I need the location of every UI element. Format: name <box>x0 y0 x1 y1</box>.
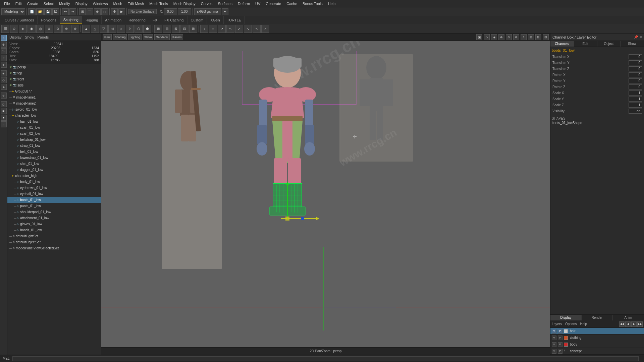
outliner-item-defObjSet[interactable]: —⚙defaultObjectSet <box>7 239 101 245</box>
menu-editmesh[interactable]: Edit Mesh <box>125 1 147 6</box>
layer-tab-display[interactable]: Display <box>550 315 582 320</box>
outliner-item-body[interactable]: —▷body_01_low <box>7 179 101 185</box>
paint-tool-btn[interactable]: ◈ <box>19 25 27 33</box>
outliner-item-attachment[interactable]: —▷attachment_01_low <box>7 215 101 221</box>
attr-tz-val[interactable]: 0 <box>629 66 642 71</box>
menu-generate[interactable]: Generate <box>263 1 284 6</box>
outliner-item-shoulderpad[interactable]: —▷shoulderpad_01_low <box>7 209 101 215</box>
attr-sy-val[interactable]: 1 <box>629 97 642 102</box>
vp-ctrl-4[interactable]: ⊕ <box>498 34 504 40</box>
layer-concept-p-btn[interactable]: P <box>558 349 562 354</box>
view-menu-btn[interactable]: View <box>103 34 112 40</box>
layer-hair-v-btn[interactable]: V <box>552 329 556 334</box>
vp-ctrl-1[interactable]: ▣ <box>476 34 482 40</box>
menu-curves[interactable]: Curves <box>198 1 215 6</box>
menu-deform[interactable]: Deform <box>235 1 253 6</box>
layers-next-next-btn[interactable]: ▶▶ <box>637 321 643 327</box>
new-scene-btn[interactable]: 📄 <box>28 8 36 15</box>
snap-btn-1[interactable]: ↕ <box>200 25 208 33</box>
vp-ctrl-3[interactable]: ◈ <box>491 34 497 40</box>
outliner-item-front[interactable]: 👁📷front <box>7 76 101 82</box>
mode-dropdown[interactable]: Modeling <box>1 8 25 15</box>
attr-sz-val[interactable]: 1 <box>629 103 642 108</box>
display-btn-3[interactable]: ⊠ <box>172 25 180 33</box>
snap-btn-4[interactable]: ↖ <box>226 25 234 33</box>
sculpt-brush-3[interactable]: ▽ <box>100 25 108 33</box>
outliner-item-group5[interactable]: —▸Group5877 <box>7 88 101 94</box>
rotate-tool[interactable]: ↻ <box>1 48 7 54</box>
layer-clothing-v-btn[interactable]: V <box>552 336 556 340</box>
select-tool[interactable]: ↖ <box>1 35 7 41</box>
snap-btn-8[interactable]: ⤤ <box>261 25 269 33</box>
snap-surface-btn[interactable]: ◻ <box>101 8 108 15</box>
layers-prev-btn[interactable]: ◀ <box>625 321 631 327</box>
layer-body-v-btn[interactable]: V <box>552 342 556 347</box>
menu-windows[interactable]: Windows <box>90 1 111 6</box>
layer-concept[interactable]: V P / concept <box>550 348 644 355</box>
outliner-item-sword[interactable]: —▷sword_01_low <box>7 106 101 112</box>
outliner-display-btn[interactable]: Display <box>9 35 21 39</box>
mel-input[interactable] <box>12 356 639 361</box>
attr-rz-val[interactable]: 0 <box>629 84 642 89</box>
outliner-item-img1[interactable]: —🖼imagePlane1 <box>7 94 101 100</box>
transform-y-val[interactable]: 1.00 <box>178 8 191 15</box>
3d-viewport[interactable]: www.rrcg.cn www.rrcg.cn <box>101 41 550 347</box>
outliner-item-char_low[interactable]: —▸character_low <box>7 112 101 118</box>
snap-curve-btn[interactable]: ⌒ <box>87 8 93 15</box>
menu-help[interactable]: Help <box>325 1 338 6</box>
open-btn[interactable]: 📁 <box>36 8 44 15</box>
vp-ctrl-10[interactable]: ⊡ <box>543 34 549 40</box>
custom-tool-3[interactable]: ◽ <box>1 115 7 121</box>
outliner-item-strap[interactable]: —▷strap_01_low <box>7 142 101 148</box>
outliner-item-pants[interactable]: —▷pants_01_low <box>7 203 101 209</box>
custom-tool-1[interactable]: ◻ <box>1 101 7 107</box>
sculpt-brush-6[interactable]: ◊ <box>126 25 134 33</box>
layer-body[interactable]: V P body <box>550 341 644 348</box>
sculpt-brush-4[interactable]: ◁ <box>108 25 116 33</box>
display-btn-5[interactable]: ⊞ <box>189 25 197 33</box>
snap-btn-3[interactable]: ↗ <box>218 25 226 33</box>
vp-ctrl-8[interactable]: ⊞ <box>528 34 534 40</box>
display-btn-1[interactable]: ⊞ <box>154 25 162 33</box>
tab-turtle[interactable]: TURTLE <box>224 16 245 24</box>
menu-surfaces[interactable]: Surfaces <box>215 1 235 6</box>
tab-xgen[interactable]: XGen <box>207 16 223 24</box>
snap-btn-5[interactable]: ⤢ <box>235 25 243 33</box>
tab-rigging[interactable]: Rigging <box>82 16 102 24</box>
layer-body-p-btn[interactable]: P <box>558 342 562 347</box>
render-settings-btn[interactable]: ⚙ <box>111 8 118 15</box>
gamma-options-btn[interactable]: ▼ <box>222 8 228 15</box>
tab-fx[interactable]: FX <box>149 16 161 24</box>
outliner-item-dagger[interactable]: —▷dagger_01_low <box>7 167 101 173</box>
menu-select[interactable]: Select <box>41 1 57 6</box>
menu-display[interactable]: Display <box>73 1 90 6</box>
display-btn-2[interactable]: ⊟ <box>163 25 171 33</box>
lighting-menu-btn[interactable]: Lighting <box>128 34 142 40</box>
paint-select[interactable]: ◈ <box>1 84 7 90</box>
sculpt-btn-4[interactable]: ⊘ <box>54 25 62 33</box>
menu-create[interactable]: Create <box>24 1 41 6</box>
tab-animation[interactable]: Animation <box>102 16 125 24</box>
layers-next-btn[interactable]: ▶ <box>631 321 637 327</box>
outliner-item-lowerstrap[interactable]: —▷lowerstrap_01_low <box>7 155 101 161</box>
universal-tool[interactable]: ⊕ <box>1 62 7 68</box>
sculpt-brush-7[interactable]: ⬡ <box>135 25 143 33</box>
menu-cache[interactable]: Cache <box>284 1 300 6</box>
redo-btn[interactable]: ↪ <box>69 8 76 15</box>
save-btn[interactable]: 💾 <box>44 8 52 15</box>
menu-bonustools[interactable]: Bonus Tools <box>300 1 325 6</box>
sculpt-btn-1[interactable]: ◉ <box>28 25 36 33</box>
vp-ctrl-2[interactable]: ▷ <box>484 34 490 40</box>
outliner-item-side[interactable]: 👁📷side <box>7 82 101 88</box>
outliner-show-btn[interactable]: Show <box>25 35 34 39</box>
scale-tool[interactable]: ⤢ <box>1 55 7 61</box>
layer-hair[interactable]: V P hair <box>550 328 644 335</box>
menu-modify[interactable]: Modify <box>56 1 72 6</box>
save-as-btn[interactable]: 🖫 <box>52 8 59 15</box>
attr-rx-val[interactable]: 0 <box>629 72 642 77</box>
sculpt-brush-8[interactable]: ⬢ <box>143 25 151 33</box>
menu-meshtools[interactable]: Mesh Tools <box>147 1 170 6</box>
shading-menu-btn[interactable]: Shading <box>113 34 127 40</box>
attr-ry-val[interactable]: 0 <box>629 78 642 83</box>
snap-point-btn[interactable]: ⊕ <box>94 8 101 15</box>
